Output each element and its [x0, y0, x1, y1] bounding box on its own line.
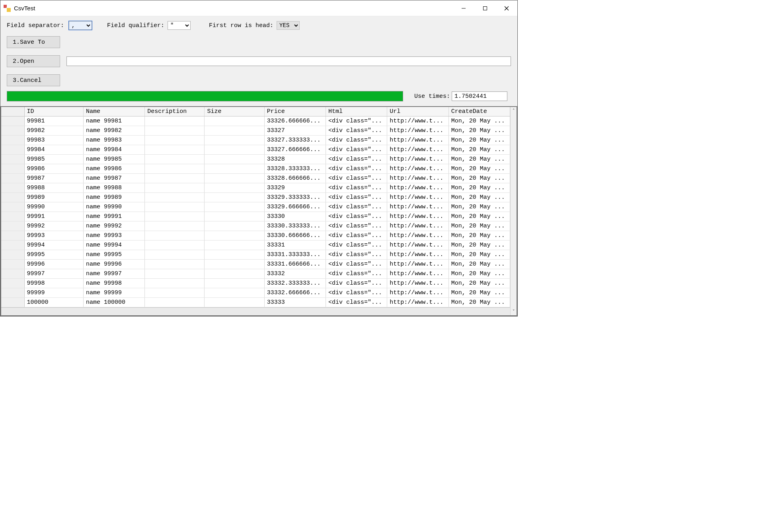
table-row[interactable]: 99999name 9999933332.666666...<div class…	[1, 288, 510, 298]
cell-date[interactable]: Mon, 20 May ...	[448, 250, 510, 260]
cell-id[interactable]: 99997	[24, 269, 83, 279]
cell-url[interactable]: http://www.t...	[387, 212, 448, 221]
cell-desc[interactable]	[145, 298, 205, 307]
cell-price[interactable]: 33329.333333...	[264, 193, 326, 202]
cell-price[interactable]: 33331.333333...	[264, 250, 326, 260]
cell-size[interactable]	[205, 260, 264, 269]
first-row-head-select[interactable]: YES	[277, 21, 300, 30]
row-header[interactable]	[1, 279, 24, 288]
cell-html[interactable]: <div class="...	[326, 279, 387, 288]
cell-desc[interactable]	[145, 288, 205, 298]
row-header[interactable]	[1, 164, 24, 174]
cell-id[interactable]: 99994	[24, 241, 83, 250]
cell-url[interactable]: http://www.t...	[387, 202, 448, 212]
cell-desc[interactable]	[145, 279, 205, 288]
row-header[interactable]	[1, 221, 24, 231]
cell-id[interactable]: 99987	[24, 174, 83, 183]
cell-desc[interactable]	[145, 250, 205, 260]
grid-vertical-scrollbar[interactable]: ˄ ˅	[510, 107, 517, 315]
cell-id[interactable]: 99983	[24, 136, 83, 145]
cell-id[interactable]: 99982	[24, 126, 83, 136]
cell-desc[interactable]	[145, 174, 205, 183]
cell-price[interactable]: 33332.666666...	[264, 288, 326, 298]
table-row[interactable]: 99996name 9999633331.666666...<div class…	[1, 260, 510, 269]
table-row[interactable]: 99988name 9998833329<div class="...http:…	[1, 183, 510, 193]
cell-price[interactable]: 33328	[264, 155, 326, 164]
cell-id[interactable]: 99991	[24, 212, 83, 221]
cell-size[interactable]	[205, 212, 264, 221]
table-row[interactable]: 99982name 9998233327<div class="...http:…	[1, 126, 510, 136]
cell-desc[interactable]	[145, 116, 205, 126]
col-header-size[interactable]: Size	[205, 107, 264, 116]
cell-desc[interactable]	[145, 164, 205, 174]
cell-html[interactable]: <div class="...	[326, 193, 387, 202]
table-row[interactable]: 99985name 9998533328<div class="...http:…	[1, 155, 510, 164]
cell-price[interactable]: 33330.333333...	[264, 221, 326, 231]
cell-name[interactable]: name 99983	[83, 136, 144, 145]
cell-url[interactable]: http://www.t...	[387, 269, 448, 279]
cell-date[interactable]: Mon, 20 May ...	[448, 288, 510, 298]
cell-html[interactable]: <div class="...	[326, 250, 387, 260]
cell-desc[interactable]	[145, 231, 205, 241]
cell-url[interactable]: http://www.t...	[387, 155, 448, 164]
field-separator-select[interactable]: ,	[69, 21, 92, 30]
cell-url[interactable]: http://www.t...	[387, 260, 448, 269]
row-header[interactable]	[1, 202, 24, 212]
cell-price[interactable]: 33331.666666...	[264, 260, 326, 269]
cell-name[interactable]: name 99993	[83, 231, 144, 241]
cell-desc[interactable]	[145, 221, 205, 231]
cell-size[interactable]	[205, 155, 264, 164]
cell-name[interactable]: name 99991	[83, 212, 144, 221]
cell-id[interactable]: 99981	[24, 116, 83, 126]
cell-name[interactable]: name 99998	[83, 279, 144, 288]
table-row[interactable]: 99992name 9999233330.333333...<div class…	[1, 221, 510, 231]
row-header[interactable]	[1, 116, 24, 126]
col-header-price[interactable]: Price	[264, 107, 326, 116]
cell-name[interactable]: name 99986	[83, 164, 144, 174]
cell-url[interactable]: http://www.t...	[387, 250, 448, 260]
cell-name[interactable]: name 99996	[83, 260, 144, 269]
minimize-button[interactable]	[453, 0, 474, 16]
cell-size[interactable]	[205, 164, 264, 174]
cell-url[interactable]: http://www.t...	[387, 145, 448, 155]
row-header[interactable]	[1, 269, 24, 279]
cell-id[interactable]: 99989	[24, 193, 83, 202]
cell-name[interactable]: name 99984	[83, 145, 144, 155]
cell-price[interactable]: 33332.333333...	[264, 279, 326, 288]
cell-html[interactable]: <div class="...	[326, 116, 387, 126]
cell-date[interactable]: Mon, 20 May ...	[448, 279, 510, 288]
cell-price[interactable]: 33329	[264, 183, 326, 193]
cell-name[interactable]: name 99995	[83, 250, 144, 260]
cell-url[interactable]: http://www.t...	[387, 116, 448, 126]
cell-desc[interactable]	[145, 126, 205, 136]
save-to-button[interactable]: 1.Save To	[7, 36, 60, 48]
cell-desc[interactable]	[145, 202, 205, 212]
cell-size[interactable]	[205, 174, 264, 183]
row-header[interactable]	[1, 126, 24, 136]
row-header[interactable]	[1, 288, 24, 298]
cell-price[interactable]: 33326.666666...	[264, 116, 326, 126]
cell-size[interactable]	[205, 145, 264, 155]
cell-name[interactable]: name 99994	[83, 241, 144, 250]
cell-price[interactable]: 33327.333333...	[264, 136, 326, 145]
row-header[interactable]	[1, 174, 24, 183]
cell-url[interactable]: http://www.t...	[387, 288, 448, 298]
cell-size[interactable]	[205, 202, 264, 212]
table-row[interactable]: 99997name 9999733332<div class="...http:…	[1, 269, 510, 279]
table-row[interactable]: 99990name 9999033329.666666...<div class…	[1, 202, 510, 212]
open-path-input[interactable]	[66, 56, 511, 66]
cell-url[interactable]: http://www.t...	[387, 231, 448, 241]
table-row[interactable]: 99995name 9999533331.333333...<div class…	[1, 250, 510, 260]
scroll-down-icon[interactable]: ˅	[511, 309, 517, 314]
cell-date[interactable]: Mon, 20 May ...	[448, 116, 510, 126]
cell-desc[interactable]	[145, 183, 205, 193]
cell-name[interactable]: name 99989	[83, 193, 144, 202]
cell-date[interactable]: Mon, 20 May ...	[448, 298, 510, 307]
field-qualifier-select[interactable]: "	[168, 21, 191, 30]
cell-id[interactable]: 99988	[24, 183, 83, 193]
cell-size[interactable]	[205, 136, 264, 145]
cell-html[interactable]: <div class="...	[326, 288, 387, 298]
row-header[interactable]	[1, 298, 24, 307]
cell-id[interactable]: 99985	[24, 155, 83, 164]
cell-price[interactable]: 33330.666666...	[264, 231, 326, 241]
